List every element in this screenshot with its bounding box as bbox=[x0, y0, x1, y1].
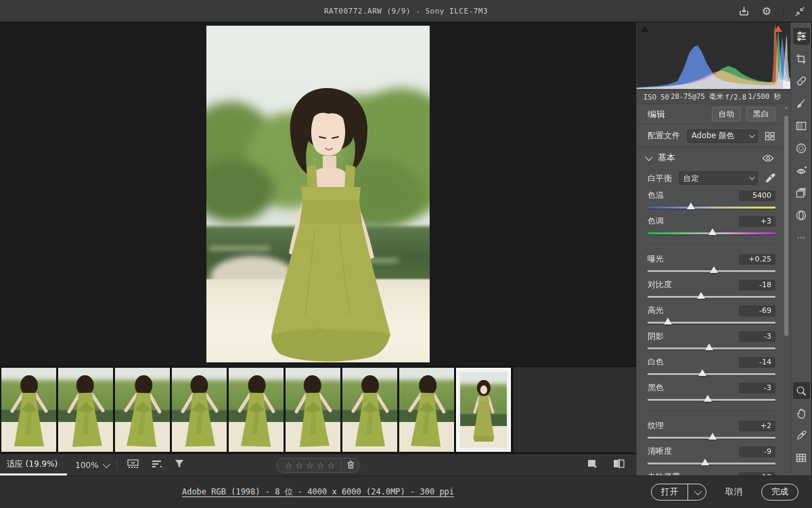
slider-thumb[interactable] bbox=[701, 459, 709, 465]
filmstrip-toggle-icon[interactable] bbox=[127, 459, 140, 472]
slider-thumb[interactable] bbox=[710, 266, 718, 273]
auto-button[interactable]: 自动 bbox=[712, 107, 741, 121]
eye-visibility-icon[interactable] bbox=[762, 154, 774, 162]
crop-tool-icon[interactable] bbox=[793, 50, 810, 67]
zoom-tool-icon[interactable] bbox=[793, 382, 810, 399]
star-icon[interactable]: ☆ bbox=[325, 461, 336, 470]
profile-label: 配置文件 bbox=[648, 130, 680, 142]
slider-value-input[interactable]: +2 bbox=[739, 421, 775, 431]
titlebar-separator bbox=[783, 6, 784, 17]
slider-value-input[interactable]: -3 bbox=[739, 383, 775, 394]
filmstrip-thumbnail[interactable] bbox=[286, 368, 340, 452]
color-sampler-tool-icon[interactable] bbox=[793, 427, 810, 444]
red-eye-tool-icon[interactable] bbox=[793, 162, 810, 179]
filter-icon[interactable] bbox=[174, 459, 185, 471]
slider-value-input[interactable]: -69 bbox=[739, 305, 775, 316]
mark-for-delete-icon[interactable] bbox=[346, 459, 355, 472]
slider-row: 清晰度 -9 bbox=[648, 446, 775, 467]
zoom-level-select[interactable]: 100% bbox=[67, 454, 116, 475]
snapshots-tool-icon[interactable] bbox=[793, 207, 810, 224]
thumbnail-image bbox=[286, 368, 340, 452]
filmstrip-thumbnail[interactable] bbox=[115, 368, 170, 452]
slider-thumb[interactable] bbox=[664, 318, 672, 324]
exif-shutter: 1/500 秒 bbox=[748, 92, 781, 102]
star-icon[interactable]: ☆ bbox=[294, 461, 305, 470]
filmstrip-thumbnail[interactable] bbox=[399, 368, 454, 452]
slider-value-input[interactable]: 5400 bbox=[739, 190, 775, 201]
brush-tool-icon[interactable] bbox=[793, 95, 810, 112]
slider-track[interactable] bbox=[648, 343, 775, 352]
thumbnail-image bbox=[1, 368, 56, 452]
slider-track[interactable] bbox=[648, 433, 775, 441]
filmstrip-thumbnail[interactable] bbox=[456, 368, 511, 452]
slider-track[interactable] bbox=[648, 292, 775, 300]
slider-track[interactable] bbox=[648, 459, 775, 467]
sort-order-icon[interactable] bbox=[151, 459, 163, 471]
filmstrip-thumbnail[interactable] bbox=[1, 368, 56, 452]
histogram[interactable] bbox=[637, 22, 790, 90]
slider-track[interactable] bbox=[648, 318, 775, 326]
done-button[interactable]: 完成 bbox=[761, 484, 798, 501]
slider-track[interactable] bbox=[648, 369, 775, 377]
slider-thumb[interactable] bbox=[708, 433, 717, 440]
slider-value-input[interactable]: -14 bbox=[739, 357, 775, 368]
scroll-up-arrow[interactable]: ⌃ bbox=[783, 106, 790, 114]
basic-section-header[interactable]: 基本 bbox=[637, 148, 782, 168]
radial-gradient-tool-icon[interactable] bbox=[793, 140, 810, 156]
more-tools-icon[interactable]: ⋯ bbox=[793, 229, 810, 246]
slider-thumb[interactable] bbox=[698, 369, 706, 376]
slider-track[interactable] bbox=[648, 266, 775, 274]
fit-zoom-tab[interactable]: 适应 (19.9%) bbox=[0, 454, 67, 475]
panel-scrollbar[interactable]: ⌃ bbox=[783, 106, 790, 473]
open-button[interactable]: 打开 bbox=[651, 484, 706, 501]
profile-browser-icon[interactable] bbox=[765, 131, 775, 141]
slider-value-input[interactable]: -18 bbox=[739, 280, 775, 291]
highlight-clipping-icon[interactable] bbox=[773, 24, 784, 33]
cancel-button[interactable]: 取消 bbox=[725, 486, 742, 498]
title-bar: RAT00772.ARW (9/9) - Sony ILCE-7M3 ⚙ bbox=[0, 0, 812, 22]
scrollbar-thumb[interactable] bbox=[784, 116, 788, 336]
workflow-options-link[interactable]: Adobe RGB (1998) - 8 位 - 4000 x 6000 (24… bbox=[182, 486, 454, 498]
slider-track[interactable] bbox=[648, 203, 775, 211]
linear-gradient-tool-icon[interactable] bbox=[793, 117, 810, 134]
star-icon[interactable]: ☆ bbox=[284, 461, 294, 470]
star-icon[interactable]: ☆ bbox=[304, 461, 315, 470]
slider-value-input[interactable]: +3 bbox=[739, 216, 775, 227]
shadow-clipping-icon[interactable] bbox=[639, 24, 650, 33]
filmstrip-thumbnail[interactable] bbox=[229, 368, 284, 452]
presets-tool-icon[interactable] bbox=[793, 184, 810, 201]
toggle-fullscreen-icon[interactable] bbox=[793, 5, 807, 18]
slider-track[interactable] bbox=[648, 228, 775, 236]
white-balance-dropdown[interactable]: 自定 bbox=[679, 171, 758, 185]
star-icon[interactable]: ☆ bbox=[315, 461, 326, 470]
white-balance-eyedropper-icon[interactable] bbox=[765, 173, 775, 184]
edit-tool-icon[interactable] bbox=[793, 28, 810, 45]
slider-track[interactable] bbox=[648, 395, 775, 403]
slider-thumb[interactable] bbox=[705, 343, 713, 350]
slider-thumb[interactable] bbox=[708, 228, 717, 235]
black-white-button[interactable]: 黑白 bbox=[746, 107, 775, 121]
hand-tool-icon[interactable] bbox=[793, 404, 810, 421]
slider-value-input[interactable]: -3 bbox=[739, 331, 775, 342]
filmstrip-thumbnail[interactable] bbox=[58, 368, 113, 452]
preferences-gear-icon[interactable]: ⚙ bbox=[760, 5, 773, 18]
exif-iso: ISO 50 bbox=[644, 93, 669, 101]
slider-thumb[interactable] bbox=[697, 292, 705, 299]
slider-row: 色温 5400 bbox=[648, 190, 775, 211]
slider-thumb[interactable] bbox=[687, 203, 695, 209]
slider-value-input[interactable]: +0.25 bbox=[739, 254, 775, 265]
grid-overlay-tool-icon[interactable] bbox=[793, 449, 810, 466]
filmstrip-thumbnail[interactable] bbox=[172, 368, 227, 452]
preview-settings-icon[interactable] bbox=[587, 459, 597, 471]
slider-thumb[interactable] bbox=[704, 395, 712, 402]
filmstrip-thumbnail[interactable] bbox=[342, 368, 397, 452]
before-after-view-icon[interactable] bbox=[612, 459, 625, 471]
slider-label: 色调 bbox=[648, 215, 664, 227]
slider-row: 黑色 -3 bbox=[648, 382, 775, 403]
save-image-icon[interactable] bbox=[737, 5, 750, 18]
open-options-chevron[interactable] bbox=[688, 490, 706, 495]
slider-value-input[interactable]: -9 bbox=[739, 446, 775, 457]
preview-image[interactable] bbox=[206, 26, 430, 362]
healing-tool-icon[interactable] bbox=[793, 72, 810, 89]
profile-dropdown[interactable]: Adobe 颜色 bbox=[687, 129, 758, 143]
